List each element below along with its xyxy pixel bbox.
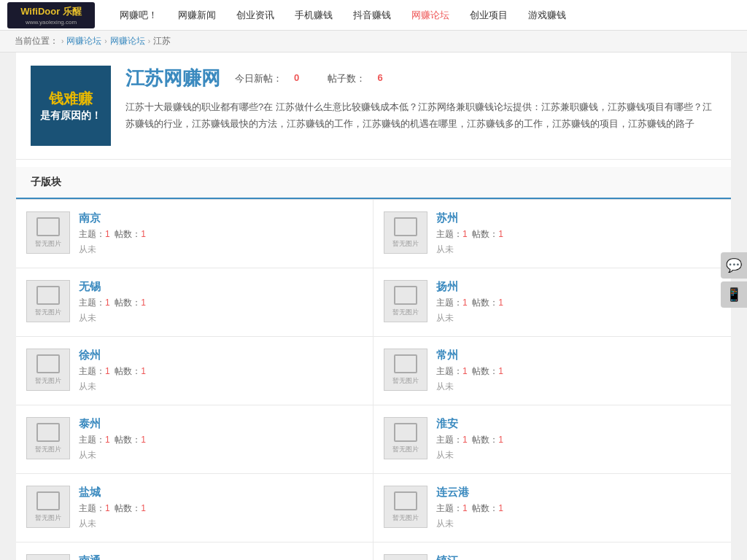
subforum-thumb: 暂无图片 bbox=[384, 280, 427, 322]
thumb-label: 暂无图片 bbox=[35, 513, 61, 523]
subforum-meta: 主题：1 帖数：1 bbox=[79, 297, 363, 309]
bc-arrow-2: › bbox=[104, 37, 107, 45]
subforum-item: 暂无图片 淮安 主题：1 帖数：1 从未 bbox=[374, 405, 731, 474]
logo-site: www.yaolexing.com bbox=[26, 19, 77, 26]
subforum-item: 暂无图片 镇江 主题：1 帖数：1 从未 bbox=[374, 542, 731, 560]
subforum-last: 从未 bbox=[79, 518, 363, 530]
subforum-meta: 主题：1 帖数：1 bbox=[79, 502, 363, 515]
section-title: 子版块 bbox=[16, 167, 731, 199]
subforum-thumb: 暂无图片 bbox=[384, 486, 427, 528]
subforums-grid: 暂无图片 南京 主题：1 帖数：1 从未 暂无图片 苏州 主题：1 帖数：1 从… bbox=[16, 199, 731, 560]
subforum-thumb: 暂无图片 bbox=[26, 280, 70, 322]
phone-icon: 📱 bbox=[726, 287, 742, 303]
nav-item-2[interactable]: 网赚新闻 bbox=[168, 0, 226, 31]
subforum-thumb: 暂无图片 bbox=[26, 349, 70, 391]
subforum-name[interactable]: 常州 bbox=[436, 349, 721, 362]
subforum-body: 盐城 主题：1 帖数：1 从未 bbox=[79, 486, 363, 530]
total-count: 6 bbox=[377, 72, 382, 85]
subforum-item: 暂无图片 无锡 主题：1 帖数：1 从未 bbox=[16, 268, 374, 337]
subforum-item: 暂无图片 徐州 主题：1 帖数：1 从未 bbox=[16, 337, 374, 405]
float-buttons: 💬 📱 bbox=[721, 252, 747, 308]
nav-item-3[interactable]: 创业资讯 bbox=[226, 0, 285, 31]
subforum-name[interactable]: 苏州 bbox=[436, 211, 721, 225]
subforum-last: 从未 bbox=[436, 449, 721, 462]
subforum-item: 暂无图片 连云港 主题：1 帖数：1 从未 bbox=[374, 474, 731, 542]
subforum-meta: 主题：1 帖数：1 bbox=[436, 434, 721, 446]
subforum-name[interactable]: 连云港 bbox=[436, 486, 721, 499]
subforum-name[interactable]: 泰州 bbox=[79, 417, 363, 431]
breadcrumb-link-1[interactable]: 网赚论坛 bbox=[66, 35, 101, 47]
forum-logo-line2: 是有原因的！ bbox=[40, 109, 101, 123]
subforum-thumb: 暂无图片 bbox=[26, 554, 70, 560]
subforum-body: 镇江 主题：1 帖数：1 从未 bbox=[436, 554, 721, 560]
subforum-thumb: 暂无图片 bbox=[26, 486, 70, 528]
forum-title[interactable]: 江苏网赚网 bbox=[125, 66, 220, 91]
subforum-body: 南京 主题：1 帖数：1 从未 bbox=[79, 211, 363, 256]
subforum-body: 连云港 主题：1 帖数：1 从未 bbox=[436, 486, 721, 530]
subforum-body: 苏州 主题：1 帖数：1 从未 bbox=[436, 211, 721, 256]
subforum-meta: 主题：1 帖数：1 bbox=[436, 365, 721, 378]
today-count: 0 bbox=[294, 72, 299, 85]
main-content: 钱难赚 是有原因的！ 江苏网赚网 今日新帖：0 帖子数：6 江苏十大最赚钱的职业… bbox=[16, 52, 731, 560]
subforum-meta: 主题：1 帖数：1 bbox=[436, 228, 721, 241]
subforum-body: 扬州 主题：1 帖数：1 从未 bbox=[436, 280, 721, 324]
bc-arrow-3: › bbox=[148, 37, 150, 45]
phone-button[interactable]: 📱 bbox=[721, 281, 747, 308]
subforum-name[interactable]: 徐州 bbox=[79, 349, 363, 362]
main-nav: 网赚吧！ 网赚新闻 创业资讯 手机赚钱 抖音赚钱 网赚论坛 创业项目 游戏赚钱 bbox=[109, 0, 576, 31]
subforum-last: 从未 bbox=[79, 244, 363, 256]
subforum-meta: 主题：1 帖数：1 bbox=[436, 502, 721, 515]
subforum-item: 暂无图片 盐城 主题：1 帖数：1 从未 bbox=[16, 474, 374, 542]
subforum-name[interactable]: 南通 bbox=[79, 554, 363, 560]
forum-logo-line1: 钱难赚 bbox=[49, 88, 93, 109]
section-title-text: 子版块 bbox=[31, 176, 61, 187]
subforum-last: 从未 bbox=[436, 381, 721, 393]
subforum-last: 从未 bbox=[436, 312, 721, 324]
subforum-name[interactable]: 无锡 bbox=[79, 280, 363, 294]
subforum-name[interactable]: 扬州 bbox=[436, 280, 721, 294]
subforum-item: 暂无图片 南通 主题：1 帖数：1 从未 bbox=[16, 542, 374, 560]
thumb-label: 暂无图片 bbox=[35, 376, 61, 386]
subforum-body: 泰州 主题：1 帖数：1 从未 bbox=[79, 417, 363, 462]
subforum-meta: 主题：1 帖数：1 bbox=[79, 365, 363, 378]
subforum-body: 常州 主题：1 帖数：1 从未 bbox=[436, 349, 721, 393]
subforum-name[interactable]: 盐城 bbox=[79, 486, 363, 499]
subforum-thumb: 暂无图片 bbox=[26, 417, 70, 459]
subforum-body: 南通 主题：1 帖数：1 从未 bbox=[79, 554, 363, 560]
nav-item-6[interactable]: 网赚论坛 bbox=[401, 0, 460, 31]
thumb-label: 暂无图片 bbox=[392, 376, 419, 386]
subforum-name[interactable]: 南京 bbox=[79, 211, 363, 225]
subforum-body: 淮安 主题：1 帖数：1 从未 bbox=[436, 417, 721, 462]
wechat-button[interactable]: 💬 bbox=[721, 252, 747, 279]
subforum-thumb: 暂无图片 bbox=[384, 349, 427, 391]
breadcrumb-current: 江苏 bbox=[153, 35, 171, 47]
breadcrumb: 当前位置： › 网赚论坛 › 网赚论坛 › 江苏 bbox=[0, 31, 747, 52]
thumb-label: 暂无图片 bbox=[35, 239, 61, 249]
subforum-thumb: 暂无图片 bbox=[384, 211, 427, 254]
total-label: 帖子数： bbox=[328, 72, 365, 85]
subforum-last: 从未 bbox=[79, 312, 363, 324]
subforum-item: 暂无图片 常州 主题：1 帖数：1 从未 bbox=[374, 337, 731, 405]
subforum-name[interactable]: 淮安 bbox=[436, 417, 721, 431]
forum-header: 钱难赚 是有原因的！ 江苏网赚网 今日新帖：0 帖子数：6 江苏十大最赚钱的职业… bbox=[16, 52, 731, 160]
subforum-item: 暂无图片 泰州 主题：1 帖数：1 从未 bbox=[16, 405, 374, 474]
thumb-label: 暂无图片 bbox=[35, 308, 61, 317]
breadcrumb-link-2[interactable]: 网赚论坛 bbox=[110, 35, 145, 47]
forum-title-row: 江苏网赚网 今日新帖：0 帖子数：6 bbox=[125, 66, 716, 91]
wechat-icon: 💬 bbox=[726, 257, 742, 273]
nav-item-1[interactable]: 网赚吧！ bbox=[109, 0, 168, 31]
subforum-name[interactable]: 镇江 bbox=[436, 554, 721, 560]
nav-item-7[interactable]: 创业项目 bbox=[460, 0, 518, 31]
subforum-last: 从未 bbox=[79, 449, 363, 462]
subforum-thumb: 暂无图片 bbox=[384, 417, 427, 459]
thumb-label: 暂无图片 bbox=[35, 445, 61, 454]
logo[interactable]: WifiDoor 乐醒 www.yaolexing.com bbox=[7, 2, 95, 28]
nav-item-5[interactable]: 抖音赚钱 bbox=[343, 0, 401, 31]
nav-item-8[interactable]: 游戏赚钱 bbox=[518, 0, 576, 31]
subforum-item: 暂无图片 苏州 主题：1 帖数：1 从未 bbox=[374, 200, 731, 268]
bc-arrow-1: › bbox=[61, 37, 63, 45]
nav-item-4[interactable]: 手机赚钱 bbox=[285, 0, 343, 31]
subforum-thumb: 暂无图片 bbox=[384, 554, 427, 560]
forum-logo: 钱难赚 是有原因的！ bbox=[31, 66, 111, 146]
subforum-meta: 主题：1 帖数：1 bbox=[79, 434, 363, 446]
